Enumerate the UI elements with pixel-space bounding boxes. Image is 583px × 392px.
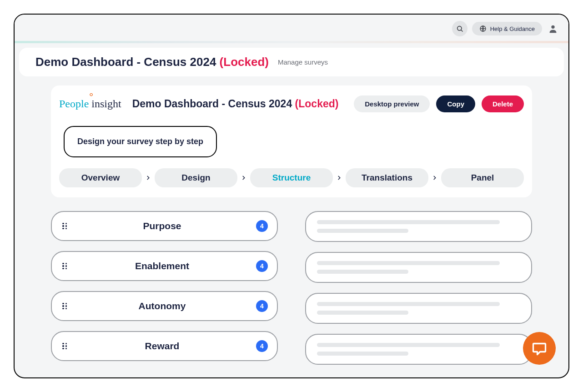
- chevron-right-icon: [239, 173, 248, 182]
- category-list: Purpose4Enablement4Autonomy4Reward4: [51, 211, 278, 365]
- category-enablement[interactable]: Enablement4: [51, 251, 278, 281]
- profile-button[interactable]: [547, 22, 559, 35]
- placeholder-card: [305, 334, 532, 365]
- count-badge: 4: [256, 300, 268, 312]
- copy-button[interactable]: Copy: [436, 95, 475, 112]
- count-badge: 4: [256, 260, 268, 272]
- drag-handle-icon[interactable]: [61, 223, 68, 230]
- builder-title: Demo Dashboard - Census 2024 (Locked): [132, 98, 339, 110]
- page-title: Demo Dashboard - Census 2024 (Locked): [35, 55, 269, 69]
- search-icon: [456, 25, 463, 32]
- search-button[interactable]: [452, 21, 467, 36]
- tab-panel[interactable]: Panel: [441, 168, 524, 187]
- drag-handle-icon[interactable]: [61, 343, 68, 350]
- globe-icon: [479, 25, 487, 32]
- category-label: Purpose: [68, 221, 256, 231]
- manage-surveys-link[interactable]: Manage surveys: [278, 58, 328, 66]
- gradient-divider: [15, 41, 568, 43]
- chevron-right-icon: [430, 173, 439, 182]
- category-label: Reward: [68, 341, 256, 352]
- category-reward[interactable]: Reward4: [51, 331, 278, 361]
- tab-design[interactable]: Design: [155, 168, 237, 187]
- locked-badge: (Locked): [220, 55, 269, 69]
- drag-handle-icon[interactable]: [61, 303, 68, 310]
- user-icon: [548, 24, 558, 34]
- builder-locked-badge: (Locked): [295, 98, 339, 110]
- topbar: Help & Guidance: [15, 15, 568, 41]
- tab-translations[interactable]: Translations: [346, 168, 428, 187]
- chat-icon: [531, 340, 548, 357]
- app-frame: Help & Guidance Demo Dashboard - Census …: [14, 14, 569, 378]
- tab-structure[interactable]: Structure: [250, 168, 333, 187]
- count-badge: 4: [256, 220, 268, 232]
- category-label: Autonomy: [68, 301, 256, 312]
- chat-fab-button[interactable]: [523, 332, 556, 365]
- help-label: Help & Guidance: [490, 25, 535, 32]
- count-badge: 4: [256, 340, 268, 352]
- structure-content: Purpose4Enablement4Autonomy4Reward4: [51, 211, 532, 365]
- category-purpose[interactable]: Purpose4: [51, 211, 278, 241]
- delete-button[interactable]: Delete: [482, 95, 524, 112]
- peopleinsight-logo: People ° insight: [59, 98, 121, 110]
- svg-point-3: [551, 25, 554, 29]
- survey-builder-card: People ° insight Demo Dashboard - Census…: [51, 85, 532, 197]
- placeholder-card: [305, 211, 532, 242]
- page-title-card: Demo Dashboard - Census 2024 (Locked) Ma…: [19, 48, 564, 76]
- category-autonomy[interactable]: Autonomy4: [51, 291, 278, 321]
- placeholder-card: [305, 293, 532, 324]
- chevron-right-icon: [335, 173, 344, 182]
- category-label: Enablement: [68, 261, 256, 271]
- builder-tabs: OverviewDesignStructureTranslationsPanel: [59, 168, 524, 187]
- desktop-preview-button[interactable]: Desktop preview: [354, 95, 430, 112]
- placeholder-list: [305, 211, 532, 365]
- svg-line-1: [461, 30, 462, 31]
- chevron-right-icon: [144, 173, 153, 182]
- drag-handle-icon[interactable]: [61, 263, 68, 270]
- tab-overview[interactable]: Overview: [59, 168, 142, 187]
- help-guidance-button[interactable]: Help & Guidance: [472, 22, 542, 35]
- builder-header: People ° insight Demo Dashboard - Census…: [59, 95, 524, 112]
- step-instruction-box: Design your survey step by step: [64, 126, 217, 157]
- placeholder-card: [305, 252, 532, 283]
